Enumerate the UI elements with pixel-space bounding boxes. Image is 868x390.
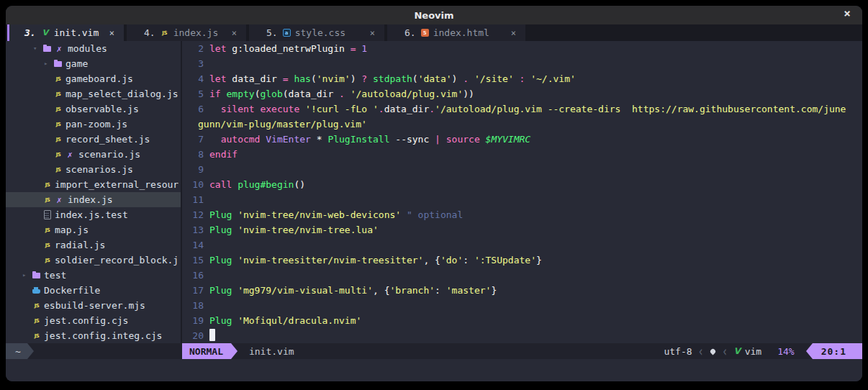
code-token: , { (373, 285, 389, 296)
tree-item-esbuild-server.mjs[interactable]: JSesbuild-server.mjs (6, 298, 181, 313)
tab-label: index.html (433, 27, 504, 38)
tree-item-modules[interactable]: ▾✗modules (6, 41, 181, 56)
code-token: : (435, 285, 446, 296)
code-token (209, 104, 221, 114)
folder-icon (54, 59, 63, 69)
chevron-right-icon[interactable]: ▸ (22, 268, 32, 283)
tree-item-scenario.js[interactable]: JS✗scenario.js (6, 147, 181, 162)
code-token: 'nvim' (317, 73, 351, 84)
js-icon: JS (43, 195, 52, 205)
chevron-down-icon[interactable]: ▾ (33, 41, 43, 56)
tab-index.html[interactable]: 6.5index.html× (387, 24, 525, 41)
tree-item-map.js[interactable]: JSmap.js (6, 222, 181, 237)
tab-close-icon[interactable]: × (109, 28, 114, 38)
css-icon: a (283, 29, 291, 37)
code-area[interactable]: 2let g:loaded_netrwPlugin = 134let data_… (182, 41, 862, 343)
code-text: autocmd VimEnter * PlugInstall --sync | … (209, 132, 530, 147)
code-token: ( (283, 89, 289, 99)
command-line[interactable] (6, 359, 862, 381)
line-number: 18 (182, 298, 204, 313)
tree-item-record_sheet.js[interactable]: JSrecord_sheet.js (6, 132, 181, 147)
tree-item-index.js[interactable]: JS✗index.js (6, 192, 181, 207)
neovim-window: Neovim × 3.Vinit.vim×4.JSindex.js×5.asty… (6, 6, 862, 381)
tree-item-jest.config.cjs[interactable]: JSjest.config.cjs (6, 313, 181, 328)
code-token: data_dir (384, 104, 430, 114)
tab-init.vim[interactable]: 3.Vinit.vim× (7, 24, 124, 41)
code-line[interactable]: 13Plug 'nvim-tree/nvim-tree.lua' (182, 222, 862, 237)
title-bar[interactable]: Neovim × (6, 6, 862, 24)
tree-item-scenarios.js[interactable]: JSscenarios.js (6, 162, 181, 177)
code-token: 'master' (446, 285, 492, 296)
code-token (401, 209, 407, 220)
code-line[interactable]: 20 (182, 328, 862, 343)
code-line[interactable]: 10call plug#begin() (182, 177, 862, 192)
tree-item-import_external_resour[interactable]: JSimport_external_resour (6, 177, 181, 192)
code-line[interactable]: 7 autocmd VimEnter * PlugInstall --sync … (182, 132, 862, 147)
line-number: 14 (182, 237, 204, 253)
tree-item-soldier_record_block.j[interactable]: JSsoldier_record_block.j (6, 253, 181, 268)
code-token: = (283, 73, 294, 84)
code-text: silent execute '!curl -fLo '.data_dir.'/… (209, 101, 846, 117)
docker-icon (32, 286, 41, 296)
tab-close-icon[interactable]: × (370, 28, 375, 38)
tree-item-radial.js[interactable]: JSradial.js (6, 237, 181, 253)
tab-style.css[interactable]: 5.astyle.css× (249, 24, 384, 41)
tab-close-icon[interactable]: × (232, 28, 237, 38)
js-icon: JS (43, 240, 52, 250)
code-line[interactable]: gunn/vim-plug/master/plug.vim' (182, 117, 862, 132)
code-line[interactable]: 9 (182, 162, 862, 177)
desktop: Neovim × 3.Vinit.vim×4.JSindex.js×5.asty… (0, 0, 868, 390)
tree-item-pan-zoom.js[interactable]: JSpan-zoom.js (6, 117, 181, 132)
mode-indicator: NORMAL (182, 343, 231, 359)
tree-item-label: Dockerfile (44, 285, 100, 296)
line-number: 3 (182, 56, 204, 71)
code-line[interactable]: 12Plug 'nvim-tree/nvim-web-devicons' " o… (182, 207, 862, 222)
x-marker-icon: ✗ (65, 150, 74, 160)
code-line[interactable]: 11 (182, 192, 862, 207)
line-number: 12 (182, 207, 204, 222)
tree-item-gameboard.js[interactable]: JSgameboard.js (6, 71, 181, 86)
code-line[interactable]: 14 (182, 237, 862, 253)
code-token: , { (423, 255, 440, 266)
code-line[interactable]: 17Plug 'mg979/vim-visual-multi', {'branc… (182, 283, 862, 298)
tab-index.js[interactable]: 4.JSindex.js× (127, 24, 246, 41)
code-line[interactable]: 19Plug 'Mofiqul/dracula.nvim' (182, 313, 862, 328)
code-token: plug#begin (238, 179, 294, 190)
js-icon: JS (32, 331, 41, 341)
code-token: $MYVIMRC (486, 134, 531, 145)
line-number: 9 (182, 162, 204, 177)
tab-close-icon[interactable]: × (511, 28, 516, 38)
code-token: autocmd (221, 134, 266, 145)
tree-item-map_select_dialog.js[interactable]: JSmap_select_dialog.js (6, 86, 181, 101)
tree-item-test[interactable]: ▸test (6, 268, 181, 283)
code-line[interactable]: 8endif (182, 147, 862, 162)
encoding-label: utf-8 (664, 346, 692, 357)
tree-item-index.js.test[interactable]: index.js.test (6, 207, 181, 222)
tree-item-observable.js[interactable]: JSobservable.js (6, 101, 181, 117)
code-line[interactable]: 5if empty(glob(data_dir . '/autoload/plu… (182, 86, 862, 101)
code-token: () (294, 179, 305, 190)
tree-item-label: scenario.js (78, 149, 140, 160)
tree-item-label: record_sheet.js (65, 134, 150, 145)
tree-item-Dockerfile[interactable]: Dockerfile (6, 283, 181, 298)
code-line[interactable]: 3 (182, 56, 862, 71)
window-close-button[interactable]: × (844, 6, 851, 20)
tree-item-label: esbuild-server.mjs (44, 300, 145, 311)
code-line[interactable]: 18 (182, 298, 862, 313)
code-line[interactable]: 2let g:loaded_netrwPlugin = 1 (182, 41, 862, 56)
tree-item-game[interactable]: ▸game (6, 56, 181, 71)
code-text: gunn/vim-plug/master/plug.vim' (198, 117, 367, 132)
x-marker-icon: ✗ (55, 44, 63, 54)
code-line[interactable]: 15Plug 'nvim-treesitter/nvim-treesitter'… (182, 253, 862, 268)
code-token: 'branch' (389, 285, 435, 296)
code-token: PlugInstall (327, 134, 395, 145)
chevron-right-icon[interactable]: ▸ (44, 56, 54, 71)
tree-item-jest.config.integ.cjs[interactable]: JSjest.config.integ.cjs (6, 328, 181, 343)
code-line[interactable]: 16 (182, 268, 862, 283)
status-line: ~ NORMAL init.vim utf-8 ‹ ‹ V vim 14% 20… (6, 343, 862, 359)
code-line[interactable]: 6 silent execute '!curl -fLo '.data_dir.… (182, 101, 862, 117)
code-token: VimEnter (266, 134, 316, 145)
code-token: gunn/vim-plug/master/plug.vim' (198, 119, 367, 130)
tree-item-label: test (44, 270, 66, 281)
code-line[interactable]: 4let data_dir = has('nvim') ? stdpath('d… (182, 71, 862, 86)
